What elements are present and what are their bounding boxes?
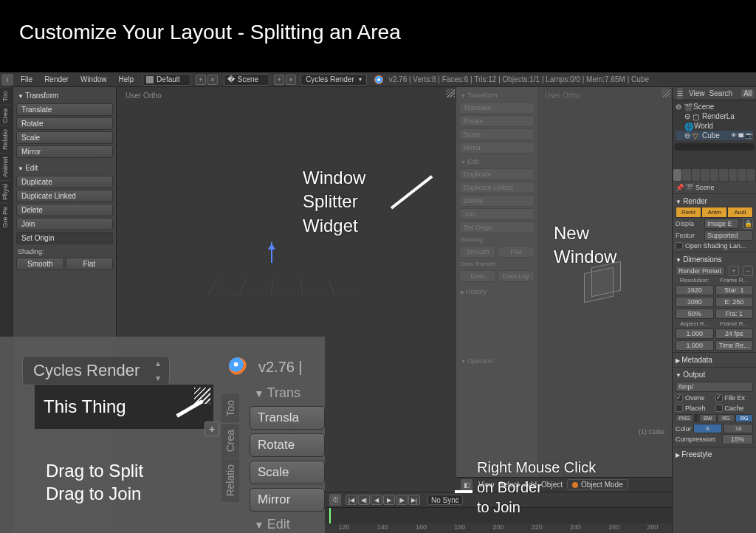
tab-create[interactable]: Crea xyxy=(0,105,10,126)
transform-header-r[interactable]: Transform xyxy=(459,90,535,100)
scale-button-r[interactable]: Scale xyxy=(459,128,535,140)
scene-selector[interactable]: � Scene xyxy=(224,74,269,86)
output-path[interactable]: /tmp/ xyxy=(676,382,753,392)
object-tab[interactable] xyxy=(710,169,718,181)
res-x[interactable]: 1920 xyxy=(676,285,714,295)
join-button-r[interactable]: Join xyxy=(459,208,535,220)
mirror-button[interactable]: Mirror xyxy=(16,145,113,158)
mode-selector[interactable]: Object Mode xyxy=(567,479,628,490)
jump-start-button[interactable]: |◀ xyxy=(346,495,357,505)
flat-button-r[interactable]: Flat xyxy=(498,246,535,258)
timeline-track[interactable] xyxy=(325,507,672,523)
editor-type-timeline-icon[interactable]: ⏱ xyxy=(329,494,341,506)
colormode-bw[interactable]: BW xyxy=(699,414,717,422)
colormode-rgba[interactable]: RG xyxy=(735,414,753,422)
zoom-mirror[interactable]: Mirror xyxy=(250,488,325,512)
playhead[interactable] xyxy=(329,508,331,523)
data-tab[interactable] xyxy=(738,169,746,181)
zoom-tab-create[interactable]: Crea xyxy=(221,424,239,458)
file-ext-checkbox[interactable] xyxy=(715,394,723,402)
render-preset[interactable]: Render Preset xyxy=(676,266,725,276)
animation-button[interactable]: Anim xyxy=(701,207,727,218)
set-origin-button[interactable]: Set Origin xyxy=(16,232,113,244)
metadata-panel-header[interactable]: Metadata xyxy=(676,354,753,365)
zoom-rotate[interactable]: Rotate xyxy=(250,433,325,457)
default-cube[interactable] xyxy=(578,264,622,309)
duplicate-button[interactable]: Duplicate xyxy=(16,176,113,188)
duplicate-linked-button[interactable]: Duplicate Linked xyxy=(16,190,113,202)
outliner-world-row[interactable]: 🌐World xyxy=(676,121,753,131)
duplicate-linked-button-r[interactable]: Duplicate Linked xyxy=(459,182,535,193)
transform-header[interactable]: Transform xyxy=(16,90,113,102)
layout-remove-button[interactable]: × xyxy=(207,75,218,85)
cache-checkbox[interactable] xyxy=(715,405,723,412)
constraint-tab[interactable] xyxy=(719,169,727,181)
colormode-rgb[interactable]: RG xyxy=(718,414,735,422)
world-tab[interactable] xyxy=(701,169,709,181)
zoom-tab-relations[interactable]: Relatio xyxy=(221,458,239,503)
menu-window[interactable]: Window xyxy=(75,75,113,83)
data-button[interactable]: Data xyxy=(459,270,496,282)
preset-add[interactable]: + xyxy=(729,266,739,276)
object-menu[interactable]: Object xyxy=(541,481,563,489)
smooth-button[interactable]: Smooth xyxy=(16,258,64,270)
feature-set[interactable]: Supported xyxy=(704,230,753,241)
zoom-translate[interactable]: Transla xyxy=(250,406,325,430)
zoom-tab-tools[interactable]: Too xyxy=(221,394,239,424)
menu-render[interactable]: Render xyxy=(38,75,75,83)
view-menu[interactable]: View xyxy=(478,481,495,489)
delete-button-r[interactable]: Delete xyxy=(459,195,535,207)
outliner-scrollbar[interactable] xyxy=(674,143,755,151)
flat-button[interactable]: Flat xyxy=(66,258,114,270)
audio-button[interactable]: Audi xyxy=(727,207,753,218)
format-png[interactable]: PNG xyxy=(676,414,693,422)
outliner-cube-row[interactable]: ⊖▽Cube👁 ⯀ 📷 xyxy=(676,131,753,140)
zoom-transform-header[interactable]: Trans xyxy=(250,384,325,402)
data-layout-button[interactable]: Data Lay xyxy=(498,270,535,282)
edit-header[interactable]: Edit xyxy=(16,162,113,174)
smooth-button-r[interactable]: Smooth xyxy=(459,246,496,258)
outliner-search[interactable]: Search xyxy=(709,89,733,97)
depth-8[interactable]: 8 xyxy=(693,424,723,433)
aspect-x[interactable]: 1.000 xyxy=(676,329,714,339)
play-button[interactable]: ▶ xyxy=(383,495,395,505)
scene-tab[interactable] xyxy=(692,169,700,181)
set-origin-button-r[interactable]: Set Origin xyxy=(459,221,535,233)
res-pct[interactable]: 50% xyxy=(676,309,714,319)
editor-type-outliner-icon[interactable]: ☰ xyxy=(677,88,683,100)
frame-step[interactable]: Fra: 1 xyxy=(715,309,754,319)
rotate-button-r[interactable]: Rotate xyxy=(459,115,535,127)
layout-add-button[interactable]: + xyxy=(196,75,206,85)
duplicate-button-r[interactable]: Duplicate xyxy=(459,168,535,180)
preset-remove[interactable]: − xyxy=(743,266,753,276)
rotate-button[interactable]: Rotate xyxy=(16,117,113,130)
edit-header-r[interactable]: Edit xyxy=(459,157,535,167)
outliner-renderlayer-row[interactable]: ⊖▢RenderLa xyxy=(676,111,753,121)
fps[interactable]: 24 fps xyxy=(715,329,754,339)
render-engine-selector[interactable]: Cycles Render ▾ xyxy=(300,74,367,86)
tab-tools[interactable]: Too xyxy=(0,87,10,105)
pin-icon[interactable]: 📌 xyxy=(676,184,683,191)
time-remap[interactable]: Time Re... xyxy=(715,340,754,351)
editor-type-icon[interactable]: i xyxy=(1,74,13,86)
scene-add-button[interactable]: + xyxy=(274,75,284,85)
zoom-edit-header[interactable]: Edit xyxy=(250,515,325,533)
manipulator[interactable] xyxy=(264,242,279,272)
lock-icon[interactable]: 🔒 xyxy=(743,219,753,229)
translate-button[interactable]: Translate xyxy=(16,103,113,116)
jump-end-button[interactable]: ▶| xyxy=(408,495,420,505)
modifier-tab[interactable] xyxy=(729,169,737,181)
delete-button[interactable]: Delete xyxy=(16,204,113,216)
viewport-right[interactable]: Transform Translate Rotate Scale Mirror … xyxy=(456,87,672,477)
sync-mode[interactable]: No Sync xyxy=(427,495,463,505)
translate-button-r[interactable]: Translate xyxy=(459,102,535,114)
render-tab[interactable] xyxy=(673,169,681,181)
display-mode[interactable]: Image E xyxy=(704,219,739,229)
res-y[interactable]: 1080 xyxy=(676,297,714,307)
keyframe-prev-button[interactable]: ◀| xyxy=(358,495,370,505)
area-splitter-widget-r[interactable] xyxy=(662,89,670,97)
zoom-engine-dropdown[interactable]: Cycles Render xyxy=(22,356,170,385)
tab-relations[interactable]: Relatio xyxy=(0,125,10,153)
editor-type-3dview-icon[interactable]: ◧ xyxy=(461,479,472,491)
frame-start[interactable]: Star: 1 xyxy=(715,285,754,295)
